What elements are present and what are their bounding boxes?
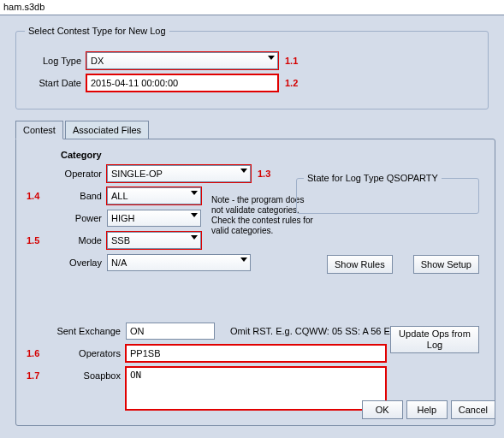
tab-contest[interactable]: Contest (15, 121, 63, 139)
annotation-1-6: 1.6 (27, 348, 45, 358)
show-rules-button[interactable]: Show Rules (327, 255, 393, 274)
power-label: Power (45, 213, 107, 223)
category-heading: Category (61, 150, 484, 160)
help-button[interactable]: Help (406, 400, 448, 419)
annotation-1-2: 1.2 (285, 78, 298, 88)
band-select[interactable]: ALL (107, 187, 201, 204)
annotation-1-1: 1.1 (285, 56, 298, 66)
operators-input[interactable] (126, 345, 386, 362)
power-select[interactable]: HIGH (107, 210, 201, 227)
tab-bar: Contest Associated Files (15, 120, 495, 139)
annotation-1-5: 1.5 (27, 235, 45, 246)
annotation-1-7: 1.7 (27, 367, 45, 381)
window-title: ham.s3db (0, 0, 504, 15)
operator-label: Operator (45, 169, 107, 179)
omit-rst-hint: Omit RST. E.g. CQWW: 05 SS: A 56 EMA (230, 326, 404, 336)
log-type-label: Log Type (25, 56, 86, 66)
annotation-1-3: 1.3 (258, 169, 270, 179)
contest-type-group: Select Contest Type for New Log Log Type… (15, 31, 489, 110)
state-legend: State for Log Type QSOPARTY (304, 173, 442, 183)
tab-associated-files[interactable]: Associated Files (65, 121, 149, 139)
start-date-label: Start Date (25, 78, 86, 88)
contest-panel: Category Operator SINGLE-OP 1.3 1.4 Band… (15, 139, 495, 426)
annotation-1-4: 1.4 (27, 191, 45, 201)
group-legend: Select Contest Type for New Log (25, 26, 169, 36)
soapbox-label: Soapbox (45, 367, 126, 381)
update-ops-button[interactable]: Update Ops from Log (390, 326, 479, 353)
state-group: State for Log Type QSOPARTY (296, 178, 479, 214)
band-label: Band (45, 191, 107, 201)
mode-label: Mode (45, 235, 107, 246)
overlay-select[interactable]: N/A (107, 254, 251, 271)
soapbox-textarea[interactable]: ON (126, 367, 386, 410)
overlay-label: Overlay (45, 257, 107, 268)
ok-button[interactable]: OK (362, 400, 403, 419)
sent-exchange-label: Sent Exchange (45, 326, 126, 336)
operators-label: Operators (45, 348, 126, 358)
show-setup-button[interactable]: Show Setup (413, 255, 479, 274)
start-date-input[interactable] (86, 74, 278, 92)
operator-select[interactable]: SINGLE-OP (107, 165, 251, 182)
log-type-select[interactable]: DX (86, 52, 278, 69)
mode-select[interactable]: SSB (107, 232, 201, 249)
cancel-button[interactable]: Cancel (451, 400, 495, 419)
sent-exchange-input[interactable] (126, 323, 215, 340)
